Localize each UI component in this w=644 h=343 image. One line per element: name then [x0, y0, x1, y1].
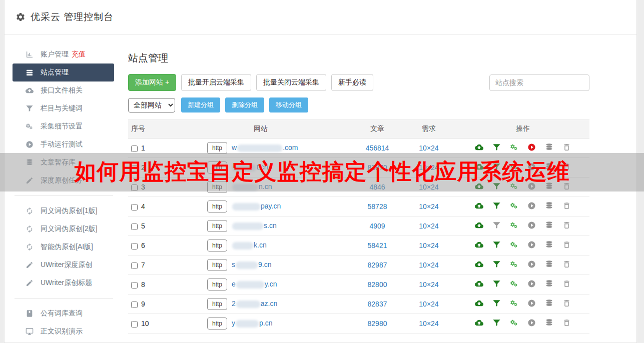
site-group-select[interactable]: 全部网站 [128, 98, 175, 112]
row-select-checkbox[interactable] [131, 262, 138, 269]
gears-icon[interactable] [510, 299, 518, 308]
cloud-collect-icon[interactable] [475, 318, 483, 327]
site-link[interactable]: pay.cn [232, 202, 281, 210]
site-link[interactable]: w.com [232, 144, 298, 152]
cloud-collect-icon[interactable] [475, 143, 483, 152]
database-icon[interactable] [545, 202, 553, 210]
site-link[interactable]: k.cn [232, 241, 267, 249]
sidebar-item-synonym-v2[interactable]: 同义词伪原创[2版] [13, 220, 114, 238]
funnel-icon[interactable] [492, 143, 501, 152]
protocol-badge[interactable]: http [207, 200, 227, 212]
cloud-collect-icon[interactable] [475, 240, 483, 249]
database-icon[interactable] [545, 143, 553, 152]
trash-icon[interactable] [562, 260, 571, 268]
row-select-checkbox[interactable] [131, 321, 138, 328]
funnel-icon[interactable] [492, 280, 501, 288]
cloud-collect-icon[interactable] [475, 280, 483, 288]
site-link[interactable]: s.cn [232, 222, 277, 230]
sidebar-item-interface-files[interactable]: 接口文件相关 [13, 82, 114, 100]
play-circle-icon[interactable] [527, 299, 536, 308]
row-select-checkbox[interactable] [131, 224, 138, 230]
gears-icon[interactable] [510, 260, 518, 268]
protocol-badge[interactable]: http [207, 278, 227, 290]
protocol-badge[interactable]: http [207, 240, 227, 252]
site-search-input[interactable] [489, 74, 589, 91]
sidebar-item-sites[interactable]: 站点管理 [13, 64, 114, 82]
play-circle-icon[interactable] [527, 143, 536, 152]
protocol-badge[interactable]: http [207, 298, 227, 310]
gears-icon[interactable] [510, 240, 518, 249]
batch-open-cloud-collect-button[interactable]: 批量开启云端采集 [181, 74, 251, 91]
gears-icon[interactable] [510, 143, 518, 152]
trash-icon[interactable] [562, 318, 571, 327]
list-icon [26, 68, 34, 76]
newbie-guide-button[interactable]: 新手必读 [331, 74, 373, 91]
sidebar-item-uwriter-deep[interactable]: UWriter深度原创 [13, 256, 114, 274]
play-circle-icon[interactable] [527, 221, 536, 230]
database-icon[interactable] [545, 221, 553, 230]
row-select-checkbox[interactable] [131, 243, 138, 250]
move-group-button[interactable]: 移动分组 [269, 98, 308, 112]
trash-icon[interactable] [562, 221, 571, 230]
sidebar-item-uwriter-title[interactable]: UWriter原创标题 [13, 274, 114, 292]
row-select-checkbox[interactable] [131, 204, 138, 210]
database-icon[interactable] [545, 318, 553, 327]
funnel-icon[interactable] [492, 240, 501, 249]
database-icon[interactable] [545, 299, 553, 308]
sidebar-item-label: 账户管理 [41, 50, 69, 59]
site-link[interactable]: yp.cn [232, 319, 272, 327]
row-select-checkbox[interactable] [131, 302, 138, 308]
gears-icon [26, 122, 34, 130]
cloud-collect-icon[interactable] [475, 202, 483, 210]
funnel-icon[interactable] [492, 260, 501, 268]
sidebar-item-collect-settings[interactable]: 采集细节设置 [13, 118, 114, 136]
batch-close-cloud-collect-button[interactable]: 批量关闭云端采集 [256, 74, 326, 91]
cloud-collect-icon[interactable] [475, 260, 483, 268]
redacted-url-segment [232, 242, 253, 250]
gears-icon[interactable] [510, 280, 518, 288]
trash-icon[interactable] [562, 240, 571, 249]
funnel-icon[interactable] [492, 299, 501, 308]
protocol-badge[interactable]: http [207, 142, 227, 154]
trash-icon[interactable] [562, 143, 571, 152]
sidebar-item-ai-rewrite[interactable]: 智能伪原创[AI版] [13, 238, 114, 256]
add-site-button[interactable]: 添加网站 + [128, 74, 176, 91]
sidebar-item-account[interactable]: 账户管理 充值 [13, 46, 114, 64]
funnel-icon[interactable] [492, 202, 501, 210]
site-link[interactable]: ey.cn [232, 280, 277, 288]
delete-group-button[interactable]: 删除分组 [225, 98, 264, 112]
sidebar-item-content-recognition[interactable]: 正文识别演示 [13, 322, 114, 340]
play-circle-icon[interactable] [527, 240, 536, 249]
row-select-checkbox[interactable] [131, 282, 138, 288]
cloud-collect-icon[interactable] [475, 221, 483, 230]
row-select-checkbox[interactable] [131, 146, 138, 152]
trash-icon[interactable] [562, 202, 571, 210]
site-link[interactable]: s9.cn [232, 260, 271, 268]
gears-icon[interactable] [510, 202, 518, 210]
protocol-badge[interactable]: http [207, 259, 227, 271]
database-icon[interactable] [545, 260, 553, 268]
trash-icon[interactable] [562, 299, 571, 308]
play-circle-icon[interactable] [527, 202, 536, 210]
protocol-badge[interactable]: http [207, 318, 227, 330]
database-icon[interactable] [545, 280, 553, 288]
database-icon[interactable] [545, 240, 553, 249]
play-circle-icon[interactable] [527, 260, 536, 268]
protocol-badge[interactable]: http [207, 220, 227, 232]
trash-icon[interactable] [562, 280, 571, 288]
sidebar-item-columns-keywords[interactable]: 栏目与关键词 [13, 100, 114, 118]
play-circle-icon[interactable] [527, 280, 536, 288]
gears-icon[interactable] [510, 221, 518, 230]
funnel-icon[interactable] [492, 221, 501, 230]
sidebar-item-synonym-v1[interactable]: 同义词伪原创[1版] [13, 202, 114, 220]
play-circle-icon[interactable] [527, 318, 536, 327]
sidebar-item-public-thesaurus[interactable]: 公有词库查询 [13, 304, 114, 322]
gears-icon[interactable] [510, 318, 518, 327]
sidebar-item-manual-run[interactable]: 手动运行测试 [13, 136, 114, 154]
cloud-collect-icon[interactable] [475, 299, 483, 308]
funnel-icon[interactable] [492, 318, 501, 327]
refresh-icon [26, 225, 34, 233]
new-group-button[interactable]: 新建分组 [181, 98, 220, 112]
site-link[interactable]: 2az.cn [232, 300, 277, 308]
recharge-link[interactable]: 充值 [72, 50, 86, 59]
